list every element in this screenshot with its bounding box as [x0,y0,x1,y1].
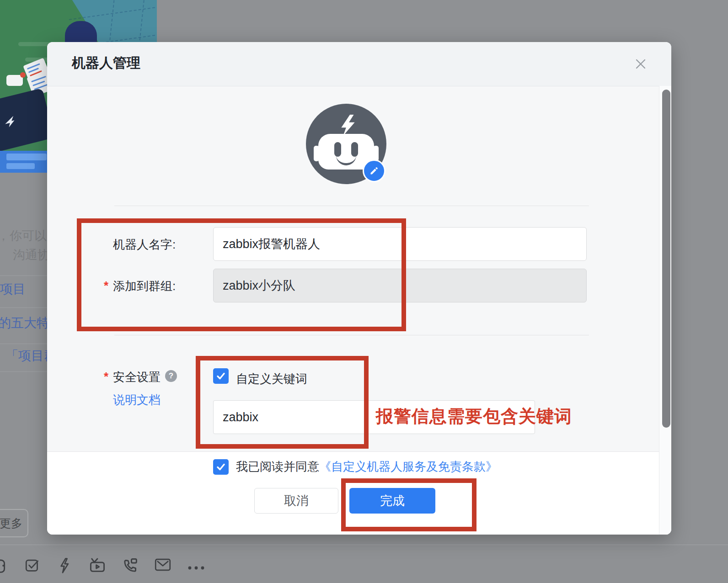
bottom-toolbar-divider [0,545,728,545]
required-asterisk: * [104,370,108,384]
divider [114,335,589,335]
laptop [0,88,54,153]
documentation-link[interactable]: 说明文档 [113,392,161,408]
page: ，你可以 沟通协 项目 的五大特 「项目群 更多 机器人管理 [0,0,728,583]
check-icon [216,462,226,472]
background-link-project-group: 「项目群 [5,347,47,365]
help-icon[interactable]: ? [165,370,177,382]
dialog-header: 机器人管理 [47,42,671,86]
divider [0,344,47,344]
more-button: 更多 [0,509,28,537]
cancel-button[interactable]: 取消 [254,488,338,514]
robot-avatar [306,104,386,184]
agreement-terms-link[interactable]: 《自定义机器人服务及免责条款》 [319,459,498,475]
divider [114,206,589,206]
close-icon[interactable] [634,57,648,71]
divider [0,371,47,372]
background-left-panel: ，你可以 沟通协 项目 的五大特 「项目群 [0,174,47,484]
divider [0,276,47,276]
robot-partial-icon [0,558,5,575]
video-call-icon [123,558,138,575]
divider [0,307,47,308]
dialog-title: 机器人管理 [72,54,140,73]
pencil-icon [369,166,379,175]
background-link-features: 的五大特 [0,314,47,332]
scrollbar-thumb[interactable] [662,90,670,428]
annotation-box-keyword [196,356,369,449]
avatar-edit-badge[interactable] [363,159,385,182]
robot-ear [314,146,319,161]
security-settings-label: 安全设置 [113,369,161,385]
notification-dot [20,72,26,78]
flash-icon [59,558,70,575]
agreement-row: 我已阅读并同意 《自定义机器人服务及免责条款》 [213,459,498,475]
annotation-keyword-note: 报警信息需要包含关键词 [376,405,572,428]
scrollbar-track[interactable] [659,86,671,535]
robot-ear [373,146,379,161]
agreement-text: 我已阅读并同意 [236,459,319,475]
more-ellipsis-icon [187,564,205,572]
live-tv-icon [90,558,105,574]
task-check-icon [25,558,39,573]
more-button-label: 更多 [0,516,22,531]
annotation-box-name-group [77,218,406,331]
agreement-checkbox[interactable] [213,459,229,475]
lightning-antenna-icon [339,115,357,136]
mail-icon [155,558,171,573]
background-paragraph-line: ，你可以 [0,228,47,244]
background-paragraph-line: 沟通协 [13,247,47,263]
dingtalk-wing-icon [2,115,18,129]
annotation-box-confirm [341,478,476,531]
background-link-project: 项目 [0,281,26,298]
